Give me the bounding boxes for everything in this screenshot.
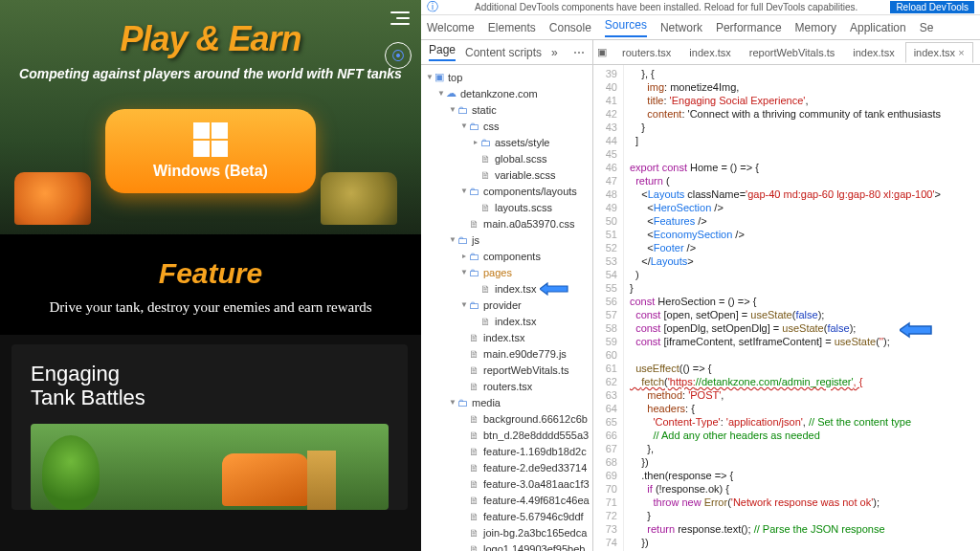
tree-item[interactable]: 🗎index.tsx bbox=[421, 329, 592, 345]
tower-graphic bbox=[307, 451, 336, 510]
src-tab[interactable]: routers.tsx bbox=[614, 43, 679, 62]
nav-more[interactable]: » bbox=[551, 46, 558, 59]
download-button[interactable]: Windows (Beta) bbox=[105, 109, 316, 193]
tree-item[interactable]: 🗎index.tsx bbox=[421, 313, 592, 329]
tab-application[interactable]: Application bbox=[850, 21, 906, 34]
tree-item[interactable]: 🗎feature-4.49f681c46ea bbox=[421, 492, 592, 508]
feature-subtitle: Drive your tank, destroy your enemies an… bbox=[29, 298, 392, 318]
tree-item[interactable]: ▸🗀components bbox=[421, 248, 592, 264]
hero-title: Play & Earn bbox=[0, 19, 421, 59]
tree-graphic bbox=[42, 435, 100, 510]
svg-marker-0 bbox=[540, 283, 568, 295]
feature-card: EngagingTank Battles bbox=[11, 344, 408, 510]
tab-network[interactable]: Network bbox=[660, 21, 702, 34]
nav-tabs: Page Content scripts » ⋯ bbox=[421, 40, 592, 65]
tab-elements[interactable]: Elements bbox=[488, 21, 536, 34]
tab-performance[interactable]: Performance bbox=[716, 21, 782, 34]
website-preview: ⦿ Play & Earn Competing against players … bbox=[0, 0, 421, 551]
devtools-panel: ⓘ Additional DevTools components have be… bbox=[421, 0, 980, 551]
card-image bbox=[31, 424, 389, 510]
tree-item[interactable]: ▼🗀css bbox=[421, 118, 592, 134]
tree-item[interactable]: 🗎feature-5.67946c9ddf bbox=[421, 508, 592, 524]
tab-welcome[interactable]: Welcome bbox=[427, 21, 475, 34]
nav-menu-icon[interactable]: ⋯ bbox=[573, 46, 585, 59]
nav-tab-page[interactable]: Page bbox=[429, 43, 456, 61]
tree-item[interactable]: 🗎btn_d.28e8dddd555a3 bbox=[421, 427, 592, 443]
navigator-panel: Page Content scripts » ⋯ ▼▣top▼☁detankzo… bbox=[421, 40, 593, 551]
tank-graphic bbox=[222, 453, 308, 506]
card-title: EngagingTank Battles bbox=[31, 362, 389, 410]
tree-item[interactable]: 🗎main.e90de779.js bbox=[421, 345, 592, 362]
arrow-callout-code bbox=[900, 321, 932, 342]
tank-image-left bbox=[14, 172, 91, 225]
tree-item[interactable]: 🗎variable.scss bbox=[421, 166, 592, 183]
tree-item[interactable]: 🗎feature-2.de9ed33714 bbox=[421, 459, 592, 475]
info-icon: ⓘ bbox=[427, 0, 438, 15]
tree-item[interactable]: ▼🗀media bbox=[421, 394, 592, 410]
tree-item[interactable]: ▼🗀static bbox=[421, 101, 592, 118]
svg-marker-1 bbox=[900, 323, 931, 337]
download-label: Windows (Beta) bbox=[153, 163, 268, 180]
toggle-nav-icon[interactable]: ▣ bbox=[597, 46, 607, 58]
source-panel: ▣ routers.tsxindex.tsxreportWebVitals.ts… bbox=[593, 40, 980, 551]
reload-button[interactable]: Reload DevTools bbox=[890, 1, 974, 13]
src-tab[interactable]: reportWebVitals.ts bbox=[742, 43, 843, 62]
code-content: }, { img: monetize4Img, title: 'Engaging… bbox=[624, 65, 980, 551]
tree-item[interactable]: ▼🗀components/layouts bbox=[421, 183, 592, 199]
tree-item[interactable]: 🗎feature-3.0a481aac1f3 bbox=[421, 475, 592, 492]
tree-item[interactable]: ▼☁detankzone.com bbox=[421, 85, 592, 101]
nav-tab-content[interactable]: Content scripts bbox=[465, 46, 542, 59]
devtools-banner: ⓘ Additional DevTools components have be… bbox=[421, 0, 980, 15]
tree-item[interactable]: 🗎logo1.149903ef95beb bbox=[421, 540, 592, 551]
hero-subtitle: Competing against players around the wor… bbox=[0, 65, 421, 82]
src-tab[interactable]: index.tsx bbox=[681, 43, 739, 62]
assist-icon[interactable]: ⦿ bbox=[385, 42, 412, 69]
arrow-callout-tree bbox=[540, 282, 568, 296]
code-editor[interactable]: 39 40 41 42 43 44 45 46 47 48 49 50 51 5… bbox=[593, 65, 980, 551]
tab-console[interactable]: Console bbox=[549, 21, 591, 34]
tree-item[interactable]: 🗎layouts.scss bbox=[421, 199, 592, 215]
tree-item[interactable]: 🗎background.66612c6b bbox=[421, 410, 592, 427]
feature-section: Feature Drive your tank, destroy your en… bbox=[0, 234, 421, 335]
tab-memory[interactable]: Memory bbox=[795, 21, 836, 34]
tree-item[interactable]: 🗎index.tsx bbox=[421, 280, 592, 297]
windows-icon bbox=[193, 122, 228, 157]
tree-item[interactable]: ▸🗀assets/style bbox=[421, 134, 592, 150]
src-tab[interactable]: index.tsx × bbox=[905, 42, 973, 63]
devtools-tabs: WelcomeElementsConsoleSourcesNetworkPerf… bbox=[421, 15, 980, 40]
tree-item[interactable]: 🗎feature-1.169db18d2c bbox=[421, 443, 592, 459]
tree-item[interactable]: ▼🗀pages bbox=[421, 264, 592, 280]
hamburger-icon[interactable] bbox=[390, 11, 410, 25]
tree-item[interactable]: ▼▣top bbox=[421, 69, 592, 85]
tree-item[interactable]: ▼🗀provider bbox=[421, 297, 592, 313]
line-gutter: 39 40 41 42 43 44 45 46 47 48 49 50 51 5… bbox=[593, 65, 624, 551]
hero-section: ⦿ Play & Earn Competing against players … bbox=[0, 0, 421, 234]
tab-se[interactable]: Se bbox=[920, 21, 934, 34]
file-tree[interactable]: ▼▣top▼☁detankzone.com▼🗀static▼🗀css▸🗀asse… bbox=[421, 65, 592, 551]
tree-item[interactable]: ▼🗀js bbox=[421, 231, 592, 248]
tree-item[interactable]: 🗎reportWebVitals.ts bbox=[421, 362, 592, 378]
tree-item[interactable]: 🗎main.a0a53970.css bbox=[421, 215, 592, 231]
tab-sources[interactable]: Sources bbox=[605, 18, 647, 37]
tree-item[interactable]: 🗎join-bg.2a3bc165edca bbox=[421, 524, 592, 540]
src-tab[interactable]: index.tsx bbox=[845, 43, 902, 62]
feature-title: Feature bbox=[29, 257, 392, 290]
tree-item[interactable]: 🗎routers.tsx bbox=[421, 378, 592, 394]
source-tabs: ▣ routers.tsxindex.tsxreportWebVitals.ts… bbox=[593, 40, 980, 65]
banner-text: Additional DevTools components have been… bbox=[442, 2, 890, 12]
tree-item[interactable]: 🗎global.scss bbox=[421, 150, 592, 166]
tank-image-right bbox=[321, 172, 397, 225]
